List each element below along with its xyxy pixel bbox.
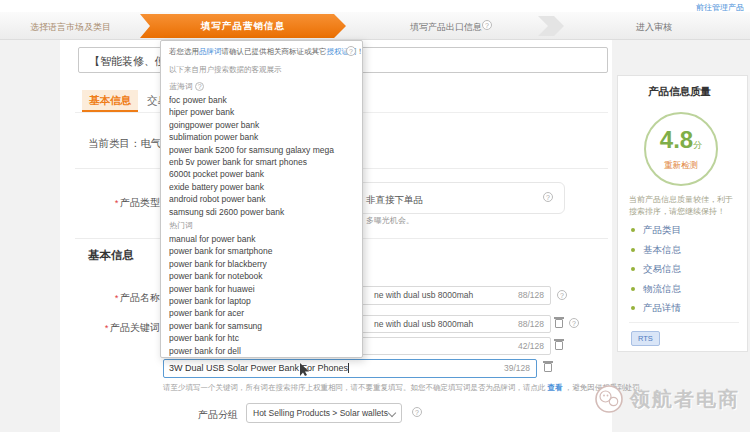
suggestion-item[interactable]: samsung sdi 2600 power bank [169, 206, 359, 218]
quality-item-list: 产品类目 基本信息 交易信息 物流信息 产品详情 [631, 220, 741, 318]
bullet-dot-icon [631, 248, 635, 252]
suggestion-item[interactable]: power bank for blackberry [169, 258, 359, 270]
step-select-market[interactable]: 选择语言市场及类目 [30, 21, 111, 34]
suggestion-item[interactable]: power bank for htc [169, 332, 359, 344]
suggestion-item[interactable]: power bank for smartphone [169, 245, 359, 257]
char-counter: 88/128 [518, 290, 544, 300]
suggestion-item[interactable]: 6000t pocket power bank [169, 168, 359, 180]
suggestion-item[interactable]: power bank for huawei [169, 283, 359, 295]
keyword-1-value: ne with dual usb 8000mah [374, 319, 473, 329]
left-gutter [0, 40, 60, 432]
help-icon[interactable]: ? [412, 407, 422, 417]
suggestion-subtitle: 以下来自用户搜索数据的客观展示 [169, 65, 282, 75]
keyword-input-3-focused[interactable]: 3W Dual USB Solar Power Bank For Phones … [163, 359, 537, 378]
product-name-value: ne with dual usb 8000mah [374, 290, 473, 300]
required-asterisk: * [114, 293, 118, 303]
delete-keyword-icon[interactable] [544, 363, 552, 372]
blue-ocean-word-list: foc power bank hiper power bank goingpow… [169, 94, 359, 218]
product-publish-page: 前往管理产品 选择语言市场及类目 填写产品营销信息 填写产品出口信息 ? 进入审… [0, 0, 750, 432]
help-icon[interactable]: ? [569, 318, 579, 328]
help-icon[interactable]: ? [543, 192, 553, 202]
product-group-label: 产品分组 [178, 408, 238, 422]
tab-basic-info[interactable]: 基本信息 [82, 90, 138, 112]
char-counter: 42/128 [518, 341, 544, 351]
suggestion-item[interactable]: sublimation power bank [169, 131, 359, 143]
help-icon[interactable]: ? [195, 82, 204, 91]
chevron-down-icon [388, 409, 396, 417]
keyword-3-value: 3W Dual USB Solar Power Bank For Phones [169, 363, 348, 373]
product-type-radio-label: 非直接下单品 [366, 194, 423, 207]
brand-word-notice: 若您选用品牌词请确认已提供相关商标证或其它授权证明！ [169, 47, 364, 57]
brand-word-link[interactable]: 品牌词 [199, 47, 222, 56]
char-counter: 88/128 [518, 319, 544, 329]
bullet-dot-icon [631, 287, 635, 291]
suggestion-item[interactable]: power bank 5200 for samsung galaxy mega [169, 144, 359, 156]
top-strip: 前往管理产品 [0, 0, 750, 12]
delete-keyword-icon[interactable] [555, 341, 563, 350]
suggestion-item[interactable]: power bank for acer [169, 307, 359, 319]
quality-item-detail[interactable]: 产品详情 [631, 298, 741, 318]
text-caret [348, 363, 349, 373]
view-brand-words-link[interactable]: 查看 [548, 383, 563, 392]
step-review[interactable]: 进入审核 [636, 21, 672, 34]
hot-word-list: manual for power bank power bank for sma… [169, 233, 359, 357]
recheck-link[interactable]: 重新检测 [646, 160, 716, 172]
suggestion-item[interactable]: power bank for laptop [169, 295, 359, 307]
keyword-suggestion-dropdown: 若您选用品牌词请确认已提供相关商标证或其它授权证明！ ? 以下来自用户搜索数据的… [160, 40, 363, 358]
blue-ocean-words-header: 蓝海词 ? [169, 81, 204, 92]
keywords-label: *产品关键词 [83, 321, 160, 335]
bullet-dot-icon [631, 228, 635, 232]
required-asterisk: * [104, 323, 108, 333]
watermark-text: 领航者电商 [630, 386, 740, 413]
product-name-label: *产品名称 [90, 291, 160, 305]
quality-title: 产品信息质量 [648, 85, 711, 99]
bullet-dot-icon [631, 267, 635, 271]
basic-info-section-title: 基本信息 [88, 248, 134, 263]
card-divider [629, 322, 739, 323]
product-type-hint-fragment: 多曝光机会。 [366, 215, 414, 226]
suggestion-item[interactable]: foc power bank [169, 94, 359, 106]
suggestion-item[interactable]: power bank for samsung [169, 320, 359, 332]
char-counter: 39/128 [504, 363, 530, 373]
suggestion-item[interactable]: enb 5v power bank for smart phones [169, 156, 359, 168]
quality-item-basic[interactable]: 基本信息 [631, 240, 741, 260]
keywords-hint: 请至少填写一个关键词，所有词在搜索排序上权重相同，请不要重复填写。如您不确定填写… [163, 383, 613, 393]
product-type-label: *产品类型 [98, 196, 160, 210]
required-asterisk: * [114, 198, 118, 208]
help-icon[interactable]: ? [482, 20, 492, 30]
suggestion-item[interactable]: android robot power bank [169, 193, 359, 205]
delete-keyword-icon[interactable] [555, 319, 563, 328]
suggestion-item[interactable]: manual for power bank [169, 233, 359, 245]
quality-item-trade[interactable]: 交易信息 [631, 259, 741, 279]
quality-item-category[interactable]: 产品类目 [631, 220, 741, 240]
step-marketing-info-active[interactable]: 填写产品营销信息 [140, 14, 346, 38]
product-quality-card: 产品信息质量 4.8分 重新检测 当前产品信息质量较佳，利于搜索排序，请您继续保… [617, 75, 748, 352]
quality-description: 当前产品信息质量较佳，利于搜索排序，请您继续保持！ [629, 194, 739, 219]
suggestion-item[interactable]: power bank for dell [169, 345, 359, 357]
chevron-right-icon [538, 16, 564, 36]
product-group-value: Hot Selling Products > Solar wallets [253, 408, 388, 418]
suggestion-item[interactable]: goingpower power bank [169, 119, 359, 131]
help-icon[interactable]: ? [346, 46, 356, 56]
help-icon[interactable]: ? [557, 290, 567, 300]
quality-score-circle: 4.8分 重新检测 [644, 112, 718, 186]
suggestion-item[interactable]: exide battery power bank [169, 181, 359, 193]
product-group-select[interactable]: Hot Selling Products > Solar wallets [246, 403, 402, 423]
quality-score: 4.8分 [646, 128, 716, 157]
step-export-info[interactable]: 填写产品出口信息 [410, 21, 482, 34]
hot-words-header: 热门词 [169, 220, 193, 231]
quality-item-logistics[interactable]: 物流信息 [631, 279, 741, 299]
watermark: 领航者电商 [594, 384, 740, 414]
rts-badge[interactable]: RTS [631, 331, 660, 346]
step-bar: 选择语言市场及类目 填写产品营销信息 填写产品出口信息 ? 进入审核 [0, 12, 750, 40]
bullet-dot-icon [631, 306, 635, 310]
suggestion-item[interactable]: hiper power bank [169, 106, 359, 118]
wechat-logo-icon [594, 384, 624, 414]
step-marketing-info-label: 填写产品营销信息 [140, 14, 346, 38]
suggestion-item[interactable]: power bank for notebook [169, 270, 359, 282]
